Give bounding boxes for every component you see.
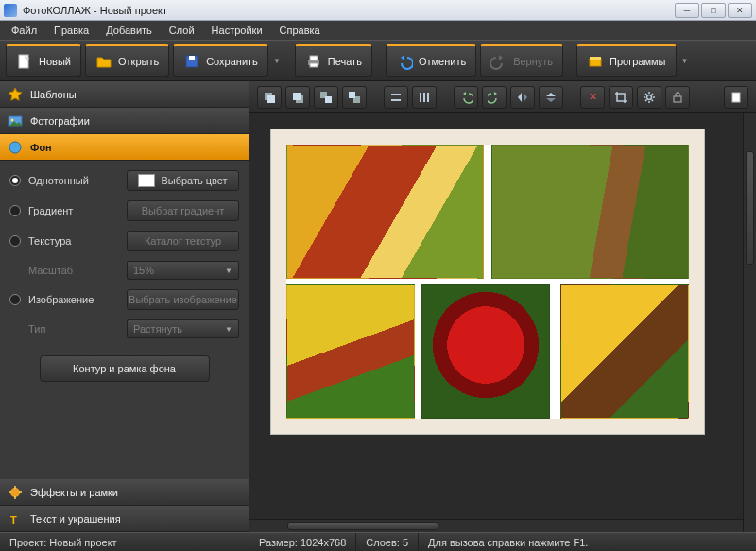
status-help: Для вызова справки нажмите F1.: [419, 533, 756, 551]
gradient-label: Градиент: [28, 205, 119, 216]
scrollbar-thumb[interactable]: [287, 522, 438, 530]
status-bar: Проект: Новый проект Размер: 1024x768 Сл…: [0, 532, 756, 551]
align-button[interactable]: [384, 86, 408, 109]
svg-point-11: [10, 488, 20, 497]
menu-layer[interactable]: Слой: [162, 23, 202, 38]
tab-photos[interactable]: Фотографии: [0, 108, 249, 134]
collage[interactable]: [286, 145, 689, 419]
horizontal-scrollbar[interactable]: [249, 519, 743, 532]
bring-front-button[interactable]: [314, 86, 338, 109]
programs-button[interactable]: Программы: [576, 44, 676, 77]
settings-button[interactable]: [637, 86, 662, 109]
blank-page-button[interactable]: [724, 86, 748, 109]
file-new-icon: [16, 53, 33, 70]
open-label: Открыть: [118, 56, 159, 67]
lock-button[interactable]: [665, 86, 690, 109]
print-button[interactable]: Печать: [295, 44, 372, 77]
menu-add[interactable]: Добавить: [98, 23, 160, 38]
delete-button[interactable]: ✕: [580, 86, 605, 109]
tab-templates[interactable]: Шаблоны: [0, 81, 249, 108]
save-dropdown[interactable]: ▼: [272, 57, 282, 65]
canvas-toolbar: ✕: [249, 81, 756, 113]
pick-color-label: Выбрать цвет: [161, 175, 227, 186]
redo-label: Вернуть: [513, 56, 553, 67]
photo-slot-4[interactable]: [421, 284, 550, 419]
scale-label: Масштаб: [28, 265, 119, 276]
programs-dropdown[interactable]: ▼: [680, 57, 690, 65]
print-label: Печать: [328, 56, 362, 67]
new-button[interactable]: Новый: [6, 44, 81, 77]
menu-file[interactable]: Файл: [4, 23, 44, 38]
svg-rect-14: [267, 95, 275, 103]
canvas-area: ✕: [249, 81, 756, 532]
redo-button[interactable]: Вернуть: [480, 44, 563, 77]
bring-forward-button[interactable]: [257, 86, 282, 109]
chevron-down-icon: ▼: [225, 267, 232, 275]
menu-help[interactable]: Справка: [272, 23, 328, 38]
radio-gradient[interactable]: [9, 205, 21, 216]
svg-point-10: [9, 142, 21, 153]
open-button[interactable]: Открыть: [85, 44, 169, 77]
rotate-right-button[interactable]: [482, 86, 507, 109]
send-backward-button[interactable]: [285, 86, 310, 109]
photo-slot-2[interactable]: [491, 145, 689, 279]
radio-solid[interactable]: [9, 175, 21, 186]
menu-settings[interactable]: Настройки: [204, 23, 270, 38]
flip-v-button[interactable]: [539, 86, 563, 109]
photo-slot-3[interactable]: [286, 284, 415, 419]
background-panel: Однотонный Выбрать цвет Градиент Выбрат …: [0, 161, 249, 479]
type-value: Растянуть: [133, 323, 182, 335]
radio-image[interactable]: [9, 294, 21, 305]
tab-templates-label: Шаблоны: [30, 89, 77, 100]
undo-button[interactable]: Отменить: [386, 44, 476, 77]
tab-effects[interactable]: Эффекты и рамки: [0, 479, 249, 506]
minimize-button[interactable]: ─: [675, 3, 699, 18]
svg-rect-27: [674, 96, 681, 102]
canvas-viewport[interactable]: [249, 113, 756, 532]
tab-background[interactable]: Фон: [0, 134, 249, 161]
photo-slot-5[interactable]: [560, 284, 689, 419]
image-label: Изображение: [28, 294, 119, 305]
pick-color-button[interactable]: Выбрать цвет: [127, 170, 239, 191]
tab-text[interactable]: T Текст и украшения: [0, 506, 249, 532]
pick-image-button[interactable]: Выбрать изображение: [127, 289, 239, 310]
type-combo[interactable]: Растянуть ▼: [127, 319, 239, 338]
programs-label: Программы: [610, 56, 665, 67]
vertical-scrollbar[interactable]: [743, 113, 756, 532]
title-bar: ФотоКОЛЛАЖ - Новый проект ─ □ ✕: [0, 0, 756, 21]
svg-rect-16: [293, 93, 301, 100]
photo-icon: [8, 113, 23, 129]
svg-rect-18: [325, 96, 332, 103]
maximize-button[interactable]: □: [701, 3, 726, 18]
separator: [285, 44, 291, 77]
globe-icon: [8, 140, 23, 155]
texture-catalog-button[interactable]: Каталог текстур: [127, 231, 239, 251]
status-size: Размер: 1024x768: [249, 533, 356, 551]
outline-frame-button[interactable]: Контур и рамка фона: [40, 355, 210, 382]
redo-icon: [490, 53, 507, 70]
tab-effects-label: Эффекты и рамки: [30, 487, 118, 498]
close-button[interactable]: ✕: [728, 3, 752, 18]
sparkle-icon: [8, 485, 23, 500]
rotate-left-button[interactable]: [454, 86, 478, 109]
scrollbar-thumb[interactable]: [746, 151, 754, 265]
box-icon: [587, 53, 604, 70]
svg-rect-28: [732, 93, 740, 102]
scale-combo[interactable]: 15% ▼: [127, 261, 239, 280]
radio-texture[interactable]: [9, 235, 21, 247]
menu-edit[interactable]: Правка: [46, 23, 96, 38]
send-back-button[interactable]: [342, 86, 367, 109]
photo-slot-1[interactable]: [286, 145, 484, 279]
flip-h-button[interactable]: [510, 86, 535, 109]
pick-gradient-button[interactable]: Выбрат градиент: [127, 200, 239, 221]
texture-catalog-label: Каталог текстур: [145, 235, 221, 247]
star-icon: [8, 87, 23, 102]
crop-button[interactable]: [609, 86, 633, 109]
svg-rect-25: [427, 93, 429, 102]
status-layers: Слоев: 5: [356, 533, 419, 551]
distribute-button[interactable]: [412, 86, 437, 109]
undo-label: Отменить: [419, 56, 466, 67]
outline-frame-label: Контур и рамка фона: [73, 363, 176, 374]
svg-rect-2: [189, 56, 195, 60]
save-button[interactable]: Сохранить: [173, 44, 268, 77]
